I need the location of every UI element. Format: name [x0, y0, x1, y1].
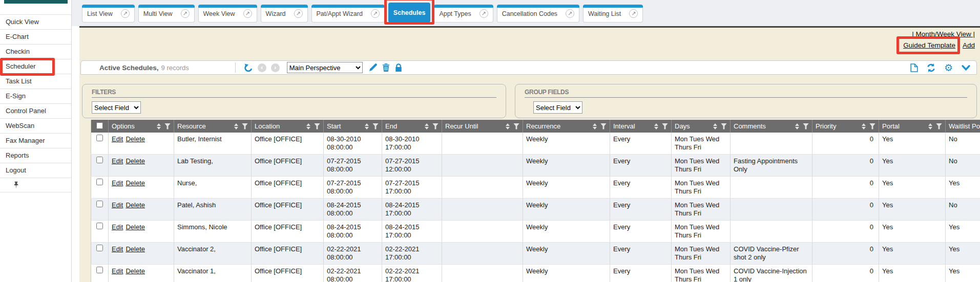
group-fields-select[interactable]: Select Field [533, 101, 582, 114]
column-header-end[interactable]: End [382, 120, 442, 133]
sidebar-item-webscan[interactable]: WebScan [0, 118, 71, 133]
filter-funnel-icon[interactable] [662, 123, 668, 129]
delete-link[interactable]: Delete [126, 157, 145, 165]
sort-icon[interactable] [306, 123, 310, 129]
delete-link[interactable]: Delete [126, 223, 145, 231]
row-checkbox[interactable] [96, 223, 103, 229]
sort-icon[interactable] [157, 123, 161, 129]
edit-link[interactable]: Edit [112, 201, 123, 209]
chevron-down-icon[interactable] [962, 65, 970, 71]
cell-select[interactable] [91, 265, 109, 282]
external-link-icon[interactable]: ↗ [243, 9, 252, 18]
select-all-checkbox[interactable] [96, 122, 103, 129]
edit-link[interactable]: Edit [112, 135, 123, 143]
pencil-icon[interactable] [369, 63, 377, 72]
sidebar-pin-row[interactable] [0, 178, 71, 192]
external-link-icon[interactable]: ↗ [566, 9, 574, 18]
sidebar-item-quick-view[interactable]: Quick View [0, 14, 71, 29]
row-checkbox[interactable] [96, 179, 103, 185]
tab-wizard[interactable]: Wizard↗ [261, 5, 308, 23]
column-header-comments[interactable]: Comments [731, 120, 812, 133]
filter-funnel-icon[interactable] [372, 123, 379, 129]
undo-icon[interactable] [244, 63, 253, 72]
delete-link[interactable]: Delete [126, 201, 145, 209]
tab-schedules[interactable]: Schedules [388, 3, 431, 23]
sort-icon[interactable] [234, 123, 238, 129]
sort-icon[interactable] [795, 123, 799, 129]
filter-funnel-icon[interactable] [936, 123, 942, 129]
refresh-icon[interactable] [927, 63, 935, 72]
tab-waiting-list[interactable]: Waiting List↗ [583, 5, 643, 23]
external-link-icon[interactable]: ↗ [121, 9, 130, 18]
delete-link[interactable]: Delete [126, 179, 145, 187]
new-document-icon[interactable] [910, 63, 918, 72]
column-header-location[interactable]: Location [252, 120, 324, 133]
sidebar-item-e-chart[interactable]: E-Chart [0, 29, 71, 44]
column-header-resource[interactable]: Resource [174, 120, 252, 133]
delete-link[interactable]: Delete [126, 267, 145, 275]
sidebar-item-checkin[interactable]: Checkin [0, 44, 71, 59]
column-header-priority[interactable]: Priority [812, 120, 879, 133]
edit-link[interactable]: Edit [112, 157, 123, 165]
column-header-recur_until[interactable]: Recur Until [442, 120, 523, 133]
row-checkbox[interactable] [96, 245, 103, 251]
sort-icon[interactable] [654, 123, 658, 129]
delete-link[interactable]: Delete [126, 135, 145, 143]
sort-icon[interactable] [862, 123, 866, 129]
row-checkbox[interactable] [96, 157, 103, 163]
cell-select[interactable] [91, 133, 109, 155]
sort-icon[interactable] [593, 123, 597, 129]
add-link[interactable]: Add [963, 41, 975, 49]
sort-icon[interactable] [928, 123, 932, 129]
filter-funnel-icon[interactable] [242, 123, 248, 129]
sort-icon[interactable] [506, 123, 510, 129]
sidebar-item-control-panel[interactable]: Control Panel [0, 103, 71, 118]
perspective-select[interactable]: Main Perspective [287, 62, 363, 73]
sort-icon[interactable] [425, 123, 429, 129]
tab-cancellation-codes[interactable]: Cancellation Codes↗ [497, 5, 579, 23]
lock-icon[interactable] [395, 63, 402, 72]
external-link-icon[interactable]: ↗ [294, 9, 303, 18]
column-header-portal[interactable]: Portal [879, 120, 946, 133]
row-checkbox[interactable] [96, 201, 103, 207]
sidebar-item-fax-manager[interactable]: Fax Manager [0, 133, 71, 148]
gear-icon[interactable]: ⚙ [944, 63, 953, 72]
external-link-icon[interactable]: ↗ [371, 9, 380, 18]
filter-funnel-icon[interactable] [600, 123, 607, 129]
row-checkbox[interactable] [96, 267, 103, 273]
filter-funnel-icon[interactable] [721, 123, 727, 129]
sidebar-item-reports[interactable]: Reports [0, 148, 71, 163]
column-header-interval[interactable]: Interval [610, 120, 672, 133]
edit-link[interactable]: Edit [112, 223, 123, 231]
guided-template-link[interactable]: Guided Template [903, 41, 955, 49]
sidebar-item-e-sign[interactable]: E-Sign [0, 89, 71, 103]
column-header-recurrence[interactable]: Recurrence [523, 120, 610, 133]
sort-icon[interactable] [365, 123, 369, 129]
column-header-options[interactable]: Options [109, 120, 174, 133]
cell-select[interactable] [91, 177, 109, 199]
delete-link[interactable]: Delete [126, 245, 145, 253]
filter-funnel-icon[interactable] [314, 123, 320, 129]
external-link-icon[interactable]: ↗ [629, 9, 638, 18]
edit-link[interactable]: Edit [112, 245, 123, 253]
sidebar-item-scheduler[interactable]: Scheduler [0, 59, 71, 74]
tab-pat-appt-wizard[interactable]: Pat/Appt Wizard↗ [311, 5, 385, 23]
filter-funnel-icon[interactable] [164, 123, 171, 129]
filter-funnel-icon[interactable] [803, 123, 809, 129]
column-header-days[interactable]: Days [672, 120, 731, 133]
header-select-cell[interactable] [91, 120, 109, 133]
sort-icon[interactable] [713, 123, 717, 129]
trash-icon[interactable] [382, 63, 390, 72]
cell-select[interactable] [91, 155, 109, 177]
next-icon[interactable]: › [271, 63, 280, 72]
row-checkbox[interactable] [96, 135, 103, 141]
cell-select[interactable] [91, 243, 109, 265]
cell-select[interactable] [91, 221, 109, 243]
prev-icon[interactable]: ‹ [258, 63, 266, 72]
sidebar-item-logout[interactable]: Logout [0, 163, 71, 178]
edit-link[interactable]: Edit [112, 267, 123, 275]
tab-appt-types[interactable]: Appt Types↗ [434, 5, 493, 23]
sidebar-item-task-list[interactable]: Task List [0, 74, 71, 89]
edit-link[interactable]: Edit [112, 179, 123, 187]
cell-select[interactable] [91, 199, 109, 221]
